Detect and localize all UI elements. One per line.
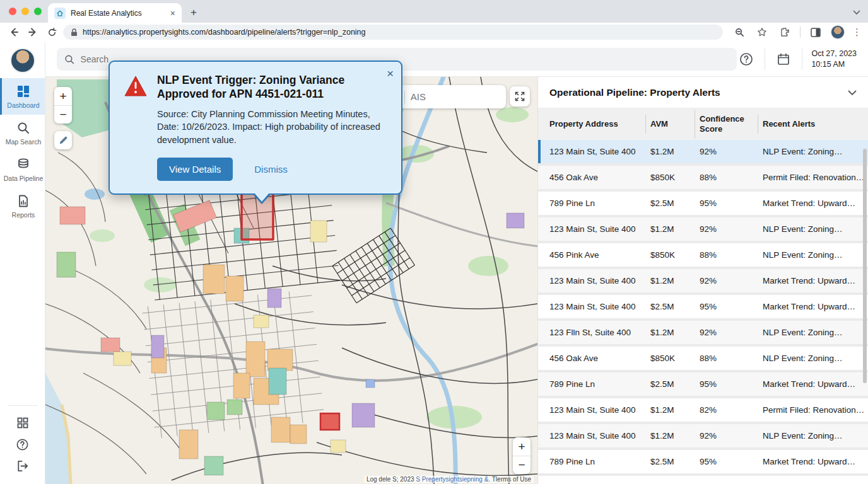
- dismiss-link[interactable]: Dismiss: [254, 164, 288, 175]
- cell-address: 456 Oak Ave: [549, 354, 650, 363]
- url-bar[interactable]: https://analytics.propertysights.com/das…: [63, 25, 723, 40]
- date-text: Oct 27, 2023: [811, 49, 857, 59]
- url-text: https://analytics.propertysights.com/das…: [83, 28, 366, 37]
- table-row[interactable]: 123 Main St, Suite 400$2.5M95%Market Tre…: [538, 295, 868, 318]
- chevron-down-icon[interactable]: [848, 87, 857, 98]
- sidebar-item-label: Map Search: [6, 138, 42, 146]
- scrollbar-thumb[interactable]: [863, 149, 867, 383]
- bookmark-star-icon[interactable]: [754, 25, 770, 40]
- cell-confidence: 95%: [700, 379, 763, 389]
- zoom-page-icon[interactable]: [732, 25, 747, 40]
- toolbar-divider: [800, 26, 801, 38]
- zoom-out-button[interactable]: −: [513, 456, 531, 474]
- tab-close-icon[interactable]: ×: [170, 9, 175, 18]
- maximize-window-button[interactable]: [34, 8, 42, 15]
- forward-icon[interactable]: [25, 25, 40, 40]
- panel-header: Operational Pipeline: Property Alerts: [538, 77, 868, 108]
- cell-avm: $2.5M: [650, 457, 700, 466]
- browser-tab[interactable]: Real Estate Analytics ×: [48, 3, 182, 23]
- sidebar-item-dashboard[interactable]: Dashboard: [0, 78, 45, 115]
- column-header-alerts: Recent Alerts: [763, 119, 868, 129]
- table-row[interactable]: 456 Pink Ave$850K88%NLP Event: Zoning…: [538, 243, 868, 267]
- table-row[interactable]: 123 Main St, Suite 400$1.2M82%Permit Fil…: [538, 398, 868, 422]
- close-icon[interactable]: ×: [387, 67, 394, 81]
- cell-alert: NLP Event: Zoning…: [763, 250, 868, 260]
- alerts-table-body: 123 Main St, Suite 400$1.2M92%NLP Event:…: [538, 140, 868, 484]
- sidebar-item-data-pipeline[interactable]: Data Pipeline: [0, 151, 45, 188]
- sidebar-item-label: Data Pipeline: [4, 175, 43, 182]
- cell-avm: $2.5M: [650, 302, 700, 311]
- cell-confidence: 88%: [700, 250, 763, 260]
- help-icon[interactable]: [737, 50, 756, 69]
- cell-confidence: 92%: [700, 147, 763, 156]
- map-zoom-control: + −: [54, 87, 72, 124]
- map-search-divider: [404, 91, 405, 103]
- browser-toolbar: https://analytics.propertysights.com/das…: [0, 23, 868, 42]
- back-icon[interactable]: [6, 25, 21, 40]
- browser-tabstrip: Real Estate Analytics × +: [0, 0, 868, 23]
- cell-avm: $850K: [650, 173, 700, 182]
- panel-scrollbar[interactable]: [863, 142, 867, 481]
- view-details-button[interactable]: View Details: [157, 158, 233, 181]
- user-avatar[interactable]: [10, 48, 35, 73]
- table-row[interactable]: 456 Oak Ave$850K88%NLP Event: Zoning…: [538, 347, 868, 370]
- side-panel-icon[interactable]: [808, 25, 823, 40]
- extensions-icon[interactable]: [777, 25, 792, 40]
- attribution-link[interactable]: S Prepertysightsiepning &.: [416, 476, 490, 483]
- table-row[interactable]: 789 Pine Ln$2.5M95%Market Trend: Upward…: [538, 372, 868, 396]
- table-row[interactable]: 123 Main St, Suite 400$1.2M92%NLP Event:…: [538, 140, 868, 163]
- sidebar-item-label: Dashboard: [7, 101, 39, 109]
- cell-avm: $2.5M: [650, 199, 700, 208]
- header-divider: [802, 49, 802, 70]
- fullscreen-expand-icon[interactable]: [510, 86, 530, 107]
- sidebar-item-label: Reports: [12, 211, 35, 219]
- sidebar-item-reports[interactable]: Reports: [0, 188, 45, 224]
- close-window-button[interactable]: [9, 8, 16, 15]
- browser-menu-icon[interactable]: ⋮: [852, 26, 862, 38]
- calendar-icon[interactable]: [774, 50, 793, 69]
- zoom-in-button[interactable]: +: [54, 87, 72, 105]
- map-search-input[interactable]: [411, 91, 474, 102]
- alert-parcel-small[interactable]: [320, 413, 339, 430]
- cell-alert: Market Trend: Upward…: [763, 199, 868, 208]
- table-row[interactable]: 123 Flln St, Suite 400$1.2M92%NLP Event:…: [538, 321, 868, 344]
- table-row[interactable]: 789 Pine Ln$2.5M95%Market Trend: Upward…: [538, 450, 868, 473]
- cell-alert: NLP Event: Zoning…: [763, 431, 868, 441]
- cell-confidence: 88%: [700, 354, 763, 363]
- cell-address: 123 Main St, Suite 400: [549, 224, 650, 234]
- cell-avm: $1.2M: [650, 147, 700, 156]
- cell-confidence: 95%: [700, 457, 763, 466]
- cell-avm: $1.2M: [650, 405, 700, 415]
- cell-alert: Market Trend: Upward…: [763, 379, 868, 389]
- table-row[interactable]: 456 Oak Ave$850K88%Permit Filed: Renovat…: [538, 166, 868, 189]
- draw-tool-button[interactable]: [54, 131, 72, 149]
- table-row-partial[interactable]: [538, 476, 868, 484]
- tab-search-chevron-icon[interactable]: [853, 6, 860, 18]
- minimize-window-button[interactable]: [21, 8, 29, 15]
- browser-profile-avatar[interactable]: [831, 25, 845, 39]
- refresh-icon[interactable]: [44, 25, 59, 40]
- table-row[interactable]: 123 Main St, Suite 400$1.2M92%NLP Event:…: [538, 424, 868, 447]
- sidebar-item-map-search[interactable]: Map Search: [0, 115, 45, 151]
- logout-icon[interactable]: [10, 455, 35, 476]
- cell-avm: $1.2M: [650, 224, 700, 234]
- new-tab-button[interactable]: +: [186, 5, 201, 20]
- cell-address: 123 Main St, Suite 400: [549, 276, 650, 285]
- search-icon: [16, 121, 30, 135]
- zoom-in-button[interactable]: +: [513, 437, 531, 456]
- cell-alert: NLP Event: Zoning…: [763, 224, 868, 234]
- table-row[interactable]: 123 Main St, Suite 400$1.2M92%NLP Event:…: [538, 217, 868, 241]
- panel-title: Operational Pipeline: Property Alerts: [549, 87, 720, 98]
- tab-title: Real Estate Analytics: [71, 9, 165, 18]
- cell-confidence: 92%: [700, 431, 763, 441]
- table-row[interactable]: 123 Main St, Suite 400$1.2M92%Market Tre…: [538, 269, 868, 292]
- cell-address: 789 Pine Ln: [549, 379, 650, 389]
- help-icon[interactable]: [10, 434, 35, 455]
- column-header-avm: AVM: [650, 119, 700, 129]
- page: Real Estate Analytics × + https://analyt…: [0, 0, 868, 484]
- cell-confidence: 88%: [700, 173, 763, 182]
- table-row[interactable]: 789 Pine Ln$2.5M95%Market Trend: Upward…: [538, 192, 868, 215]
- zoom-out-button[interactable]: −: [54, 105, 72, 124]
- apps-grid-icon[interactable]: [10, 412, 35, 434]
- cell-confidence: 92%: [700, 328, 763, 337]
